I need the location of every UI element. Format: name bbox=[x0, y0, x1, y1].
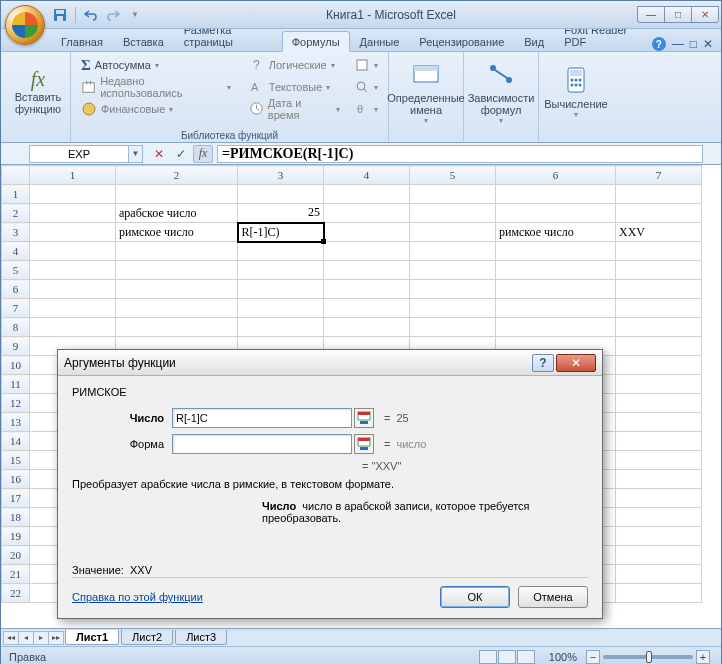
cell[interactable] bbox=[324, 299, 410, 318]
cell[interactable] bbox=[496, 280, 616, 299]
row-header[interactable]: 12 bbox=[2, 394, 30, 413]
col-header[interactable]: 3 bbox=[238, 166, 324, 185]
cell[interactable] bbox=[238, 242, 324, 261]
cell[interactable] bbox=[324, 280, 410, 299]
row-header[interactable]: 6 bbox=[2, 280, 30, 299]
view-normal-button[interactable] bbox=[479, 650, 497, 664]
cell[interactable]: XXV bbox=[616, 223, 702, 242]
formula-auditing-button[interactable]: Зависимости формул ▾ bbox=[470, 54, 532, 128]
cell[interactable] bbox=[616, 508, 702, 527]
cell[interactable] bbox=[616, 299, 702, 318]
row-header[interactable]: 22 bbox=[2, 584, 30, 603]
insert-function-button[interactable]: fx Вставить функцию bbox=[7, 54, 69, 128]
cell[interactable] bbox=[616, 242, 702, 261]
cell[interactable] bbox=[616, 356, 702, 375]
cell[interactable] bbox=[238, 299, 324, 318]
cell[interactable] bbox=[616, 565, 702, 584]
cell[interactable] bbox=[496, 318, 616, 337]
cell[interactable] bbox=[324, 261, 410, 280]
cell[interactable]: римское число bbox=[116, 223, 238, 242]
cell[interactable] bbox=[616, 527, 702, 546]
cell[interactable] bbox=[116, 280, 238, 299]
cell[interactable] bbox=[616, 470, 702, 489]
col-header[interactable]: 2 bbox=[116, 166, 238, 185]
cell[interactable] bbox=[496, 261, 616, 280]
active-cell[interactable]: R[-1]C) bbox=[238, 223, 324, 242]
cell[interactable] bbox=[410, 261, 496, 280]
qat-dropdown-icon[interactable]: ▼ bbox=[126, 6, 144, 24]
cell[interactable] bbox=[410, 318, 496, 337]
cell[interactable] bbox=[616, 280, 702, 299]
cell[interactable] bbox=[30, 299, 116, 318]
sheet-nav-last[interactable]: ▸▸ bbox=[48, 631, 64, 645]
row-header[interactable]: 13 bbox=[2, 413, 30, 432]
zoom-slider[interactable] bbox=[603, 655, 693, 659]
cell[interactable] bbox=[116, 299, 238, 318]
cell[interactable] bbox=[30, 261, 116, 280]
cell[interactable] bbox=[30, 185, 116, 204]
cell[interactable] bbox=[616, 337, 702, 356]
cell[interactable] bbox=[116, 185, 238, 204]
cell[interactable] bbox=[116, 261, 238, 280]
cell[interactable]: римское число bbox=[496, 223, 616, 242]
row-header[interactable]: 5 bbox=[2, 261, 30, 280]
cell[interactable] bbox=[410, 223, 496, 242]
cell[interactable] bbox=[30, 242, 116, 261]
cell[interactable] bbox=[324, 223, 410, 242]
more-fn-button[interactable]: ▾ bbox=[350, 54, 382, 76]
tab-home[interactable]: Главная bbox=[51, 31, 113, 51]
row-header[interactable]: 15 bbox=[2, 451, 30, 470]
row-header[interactable]: 3 bbox=[2, 223, 30, 242]
undo-icon[interactable] bbox=[82, 6, 100, 24]
logical-button[interactable]: ? Логические ▾ bbox=[245, 54, 344, 76]
cell[interactable] bbox=[616, 394, 702, 413]
dialog-help-button[interactable]: ? bbox=[532, 354, 554, 372]
cell[interactable] bbox=[30, 223, 116, 242]
sheet-nav-next[interactable]: ▸ bbox=[33, 631, 49, 645]
recent-button[interactable]: Недавно использовались ▾ bbox=[77, 76, 235, 98]
calculation-button[interactable]: Вычисление ▾ bbox=[545, 54, 607, 128]
cell[interactable] bbox=[616, 204, 702, 223]
cell[interactable]: арабское число bbox=[116, 204, 238, 223]
cell[interactable] bbox=[616, 318, 702, 337]
name-box[interactable]: EXP bbox=[29, 145, 129, 163]
cell[interactable] bbox=[324, 318, 410, 337]
cell[interactable] bbox=[30, 280, 116, 299]
defined-names-button[interactable]: Определенные имена ▾ bbox=[395, 54, 457, 128]
row-header[interactable]: 14 bbox=[2, 432, 30, 451]
function-help-link[interactable]: Справка по этой функции bbox=[72, 591, 203, 603]
arg2-range-picker[interactable] bbox=[354, 434, 374, 454]
zoom-in-button[interactable]: + bbox=[696, 650, 710, 664]
cell[interactable] bbox=[410, 204, 496, 223]
cell[interactable]: 25 bbox=[238, 204, 324, 223]
cell[interactable] bbox=[616, 413, 702, 432]
arg2-input[interactable] bbox=[172, 434, 352, 454]
cell[interactable] bbox=[30, 318, 116, 337]
cell[interactable] bbox=[324, 242, 410, 261]
math-button[interactable]: θ▾ bbox=[350, 98, 382, 120]
cell[interactable] bbox=[238, 261, 324, 280]
name-box-dropdown[interactable]: ▼ bbox=[129, 145, 143, 163]
cell[interactable] bbox=[616, 584, 702, 603]
save-icon[interactable] bbox=[51, 6, 69, 24]
col-header[interactable]: 5 bbox=[410, 166, 496, 185]
sheet-tab-2[interactable]: Лист2 bbox=[121, 630, 173, 645]
zoom-percent[interactable]: 100% bbox=[549, 651, 577, 663]
row-header[interactable]: 21 bbox=[2, 565, 30, 584]
row-header[interactable]: 1 bbox=[2, 185, 30, 204]
cell[interactable] bbox=[616, 451, 702, 470]
datetime-button[interactable]: Дата и время ▾ bbox=[245, 98, 344, 120]
cell[interactable] bbox=[324, 204, 410, 223]
col-header[interactable]: 6 bbox=[496, 166, 616, 185]
tab-review[interactable]: Рецензирование bbox=[409, 31, 514, 51]
tab-data[interactable]: Данные bbox=[350, 31, 410, 51]
cancel-button[interactable]: Отмена bbox=[518, 586, 588, 608]
cell[interactable] bbox=[616, 261, 702, 280]
row-header[interactable]: 4 bbox=[2, 242, 30, 261]
arg1-range-picker[interactable] bbox=[354, 408, 374, 428]
sheet-nav-prev[interactable]: ◂ bbox=[18, 631, 34, 645]
cell[interactable] bbox=[238, 185, 324, 204]
dialog-close-button[interactable]: ✕ bbox=[556, 354, 596, 372]
cell[interactable] bbox=[496, 204, 616, 223]
cell[interactable] bbox=[324, 185, 410, 204]
